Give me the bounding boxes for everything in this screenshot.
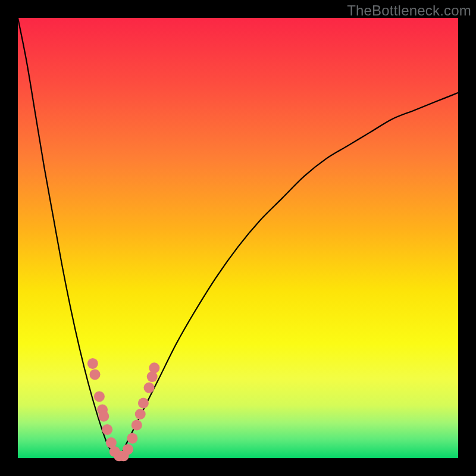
marker-group bbox=[87, 358, 160, 461]
curve-left bbox=[18, 18, 119, 458]
marker-dot bbox=[131, 420, 142, 431]
marker-dot bbox=[127, 433, 137, 444]
marker-dot bbox=[98, 411, 109, 422]
watermark-text: TheBottleneck.com bbox=[347, 2, 471, 19]
marker-dot bbox=[87, 358, 98, 369]
marker-dot bbox=[135, 409, 146, 419]
marker-dot bbox=[138, 398, 149, 409]
marker-dot bbox=[149, 362, 159, 373]
curve-layer bbox=[18, 18, 458, 458]
curve-right bbox=[119, 93, 458, 458]
marker-dot bbox=[102, 424, 112, 435]
chart-frame: TheBottleneck.com bbox=[0, 0, 476, 476]
marker-dot bbox=[144, 383, 155, 393]
marker-dot bbox=[90, 369, 101, 380]
marker-dot bbox=[94, 391, 105, 402]
marker-dot bbox=[123, 444, 133, 455]
